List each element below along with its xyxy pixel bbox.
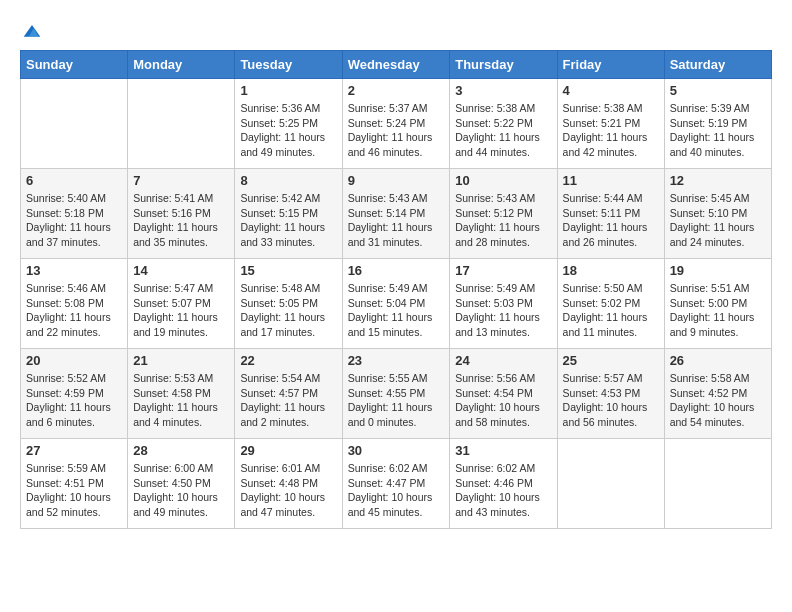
calendar-cell: 23Sunrise: 5:55 AM Sunset: 4:55 PM Dayli…: [342, 349, 450, 439]
calendar-cell: 1Sunrise: 5:36 AM Sunset: 5:25 PM Daylig…: [235, 79, 342, 169]
calendar-cell: 15Sunrise: 5:48 AM Sunset: 5:05 PM Dayli…: [235, 259, 342, 349]
day-info: Sunrise: 5:36 AM Sunset: 5:25 PM Dayligh…: [240, 101, 336, 160]
page-header: [20, 20, 772, 40]
calendar-cell: 26Sunrise: 5:58 AM Sunset: 4:52 PM Dayli…: [664, 349, 771, 439]
weekday-header: Saturday: [664, 51, 771, 79]
weekday-header: Friday: [557, 51, 664, 79]
day-info: Sunrise: 5:55 AM Sunset: 4:55 PM Dayligh…: [348, 371, 445, 430]
day-info: Sunrise: 5:49 AM Sunset: 5:03 PM Dayligh…: [455, 281, 551, 340]
calendar-cell: 29Sunrise: 6:01 AM Sunset: 4:48 PM Dayli…: [235, 439, 342, 529]
calendar-cell: 12Sunrise: 5:45 AM Sunset: 5:10 PM Dayli…: [664, 169, 771, 259]
day-info: Sunrise: 5:43 AM Sunset: 5:14 PM Dayligh…: [348, 191, 445, 250]
day-info: Sunrise: 5:54 AM Sunset: 4:57 PM Dayligh…: [240, 371, 336, 430]
day-number: 4: [563, 83, 659, 98]
calendar-cell: 9Sunrise: 5:43 AM Sunset: 5:14 PM Daylig…: [342, 169, 450, 259]
day-info: Sunrise: 5:45 AM Sunset: 5:10 PM Dayligh…: [670, 191, 766, 250]
day-number: 2: [348, 83, 445, 98]
day-info: Sunrise: 5:44 AM Sunset: 5:11 PM Dayligh…: [563, 191, 659, 250]
day-number: 8: [240, 173, 336, 188]
day-number: 14: [133, 263, 229, 278]
calendar-cell: 31Sunrise: 6:02 AM Sunset: 4:46 PM Dayli…: [450, 439, 557, 529]
calendar-cell: [21, 79, 128, 169]
day-info: Sunrise: 5:58 AM Sunset: 4:52 PM Dayligh…: [670, 371, 766, 430]
calendar-week-row: 6Sunrise: 5:40 AM Sunset: 5:18 PM Daylig…: [21, 169, 772, 259]
day-number: 7: [133, 173, 229, 188]
weekday-header: Tuesday: [235, 51, 342, 79]
calendar-cell: 17Sunrise: 5:49 AM Sunset: 5:03 PM Dayli…: [450, 259, 557, 349]
day-number: 29: [240, 443, 336, 458]
day-number: 10: [455, 173, 551, 188]
calendar-cell: 8Sunrise: 5:42 AM Sunset: 5:15 PM Daylig…: [235, 169, 342, 259]
day-info: Sunrise: 5:57 AM Sunset: 4:53 PM Dayligh…: [563, 371, 659, 430]
calendar-cell: 30Sunrise: 6:02 AM Sunset: 4:47 PM Dayli…: [342, 439, 450, 529]
day-info: Sunrise: 6:02 AM Sunset: 4:47 PM Dayligh…: [348, 461, 445, 520]
logo: [20, 20, 42, 40]
day-info: Sunrise: 5:40 AM Sunset: 5:18 PM Dayligh…: [26, 191, 122, 250]
weekday-header: Wednesday: [342, 51, 450, 79]
calendar-cell: [664, 439, 771, 529]
day-info: Sunrise: 6:02 AM Sunset: 4:46 PM Dayligh…: [455, 461, 551, 520]
day-number: 18: [563, 263, 659, 278]
calendar-cell: 6Sunrise: 5:40 AM Sunset: 5:18 PM Daylig…: [21, 169, 128, 259]
day-number: 15: [240, 263, 336, 278]
calendar-cell: 10Sunrise: 5:43 AM Sunset: 5:12 PM Dayli…: [450, 169, 557, 259]
day-number: 24: [455, 353, 551, 368]
day-info: Sunrise: 5:37 AM Sunset: 5:24 PM Dayligh…: [348, 101, 445, 160]
calendar-cell: 27Sunrise: 5:59 AM Sunset: 4:51 PM Dayli…: [21, 439, 128, 529]
weekday-header: Monday: [128, 51, 235, 79]
calendar-cell: 2Sunrise: 5:37 AM Sunset: 5:24 PM Daylig…: [342, 79, 450, 169]
day-info: Sunrise: 5:46 AM Sunset: 5:08 PM Dayligh…: [26, 281, 122, 340]
calendar-cell: 19Sunrise: 5:51 AM Sunset: 5:00 PM Dayli…: [664, 259, 771, 349]
day-number: 25: [563, 353, 659, 368]
day-number: 30: [348, 443, 445, 458]
day-info: Sunrise: 5:52 AM Sunset: 4:59 PM Dayligh…: [26, 371, 122, 430]
day-number: 22: [240, 353, 336, 368]
day-info: Sunrise: 5:38 AM Sunset: 5:21 PM Dayligh…: [563, 101, 659, 160]
day-number: 9: [348, 173, 445, 188]
day-number: 20: [26, 353, 122, 368]
day-info: Sunrise: 6:01 AM Sunset: 4:48 PM Dayligh…: [240, 461, 336, 520]
day-info: Sunrise: 5:48 AM Sunset: 5:05 PM Dayligh…: [240, 281, 336, 340]
day-number: 5: [670, 83, 766, 98]
calendar-cell: 28Sunrise: 6:00 AM Sunset: 4:50 PM Dayli…: [128, 439, 235, 529]
day-info: Sunrise: 5:43 AM Sunset: 5:12 PM Dayligh…: [455, 191, 551, 250]
calendar-cell: [557, 439, 664, 529]
day-info: Sunrise: 5:42 AM Sunset: 5:15 PM Dayligh…: [240, 191, 336, 250]
calendar-cell: [128, 79, 235, 169]
calendar-cell: 18Sunrise: 5:50 AM Sunset: 5:02 PM Dayli…: [557, 259, 664, 349]
calendar-cell: 7Sunrise: 5:41 AM Sunset: 5:16 PM Daylig…: [128, 169, 235, 259]
day-number: 23: [348, 353, 445, 368]
calendar-cell: 16Sunrise: 5:49 AM Sunset: 5:04 PM Dayli…: [342, 259, 450, 349]
day-info: Sunrise: 5:56 AM Sunset: 4:54 PM Dayligh…: [455, 371, 551, 430]
day-number: 3: [455, 83, 551, 98]
calendar-cell: 3Sunrise: 5:38 AM Sunset: 5:22 PM Daylig…: [450, 79, 557, 169]
weekday-header: Thursday: [450, 51, 557, 79]
day-number: 27: [26, 443, 122, 458]
day-info: Sunrise: 5:39 AM Sunset: 5:19 PM Dayligh…: [670, 101, 766, 160]
calendar-table: SundayMondayTuesdayWednesdayThursdayFrid…: [20, 50, 772, 529]
day-info: Sunrise: 5:47 AM Sunset: 5:07 PM Dayligh…: [133, 281, 229, 340]
day-number: 12: [670, 173, 766, 188]
calendar-cell: 11Sunrise: 5:44 AM Sunset: 5:11 PM Dayli…: [557, 169, 664, 259]
day-number: 19: [670, 263, 766, 278]
logo-icon: [22, 20, 42, 40]
day-info: Sunrise: 5:59 AM Sunset: 4:51 PM Dayligh…: [26, 461, 122, 520]
day-info: Sunrise: 5:50 AM Sunset: 5:02 PM Dayligh…: [563, 281, 659, 340]
calendar-cell: 20Sunrise: 5:52 AM Sunset: 4:59 PM Dayli…: [21, 349, 128, 439]
calendar-cell: 24Sunrise: 5:56 AM Sunset: 4:54 PM Dayli…: [450, 349, 557, 439]
day-number: 28: [133, 443, 229, 458]
day-info: Sunrise: 5:38 AM Sunset: 5:22 PM Dayligh…: [455, 101, 551, 160]
calendar-week-row: 27Sunrise: 5:59 AM Sunset: 4:51 PM Dayli…: [21, 439, 772, 529]
day-number: 6: [26, 173, 122, 188]
calendar-cell: 14Sunrise: 5:47 AM Sunset: 5:07 PM Dayli…: [128, 259, 235, 349]
day-info: Sunrise: 5:51 AM Sunset: 5:00 PM Dayligh…: [670, 281, 766, 340]
day-info: Sunrise: 5:41 AM Sunset: 5:16 PM Dayligh…: [133, 191, 229, 250]
calendar-cell: 22Sunrise: 5:54 AM Sunset: 4:57 PM Dayli…: [235, 349, 342, 439]
day-number: 31: [455, 443, 551, 458]
calendar-cell: 21Sunrise: 5:53 AM Sunset: 4:58 PM Dayli…: [128, 349, 235, 439]
day-info: Sunrise: 5:53 AM Sunset: 4:58 PM Dayligh…: [133, 371, 229, 430]
calendar-week-row: 1Sunrise: 5:36 AM Sunset: 5:25 PM Daylig…: [21, 79, 772, 169]
calendar-cell: 13Sunrise: 5:46 AM Sunset: 5:08 PM Dayli…: [21, 259, 128, 349]
day-info: Sunrise: 6:00 AM Sunset: 4:50 PM Dayligh…: [133, 461, 229, 520]
calendar-header-row: SundayMondayTuesdayWednesdayThursdayFrid…: [21, 51, 772, 79]
